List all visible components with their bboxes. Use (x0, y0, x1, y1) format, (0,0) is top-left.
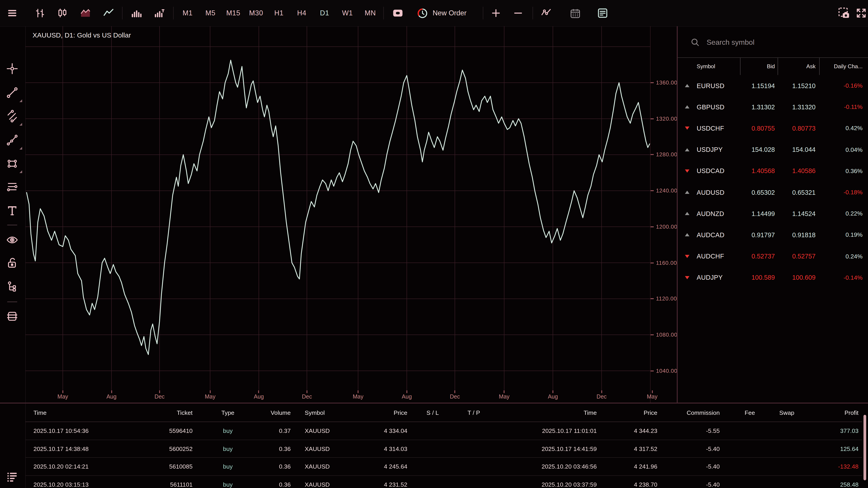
bid-price: 1.31302 (737, 103, 775, 111)
time-axis-label: May (353, 394, 364, 400)
hamburger-menu-icon[interactable] (5, 6, 20, 20)
ask-price: 0.91818 (775, 231, 815, 238)
ticket: 5610085 (138, 463, 196, 470)
market-watch-row[interactable]: AUDJPY100.589100.609-0.14% (678, 267, 868, 288)
timeframe-M5[interactable]: M5 (200, 9, 221, 17)
line-chart-icon[interactable] (101, 6, 116, 20)
crosshair-icon[interactable] (6, 62, 19, 75)
search-symbol-input[interactable] (706, 35, 852, 50)
bid-price: 1.14499 (737, 210, 775, 217)
market-watch-row[interactable]: GBPUSD1.313021.31320-0.11% (678, 96, 868, 118)
channel-icon[interactable] (6, 110, 19, 123)
open-price: 4 231.52 (330, 481, 411, 488)
commission: -5.40 (661, 445, 723, 452)
history-row[interactable]: 2025.10.20 02:14:215610085buy0.36XAUUSD4… (25, 458, 862, 476)
toolbar-separator (532, 7, 533, 20)
column-header: Type (196, 409, 259, 416)
order-type: buy (196, 445, 259, 452)
toolbar-separator (122, 7, 123, 20)
time-axis-tick (504, 390, 504, 393)
history-row[interactable]: 2025.10.20 03:15:135611101buy0.36XAUUSD4… (25, 476, 862, 488)
history-header-row[interactable]: TimeTicketTypeVolumeSymbolPriceS / LT / … (25, 403, 862, 422)
price-axis[interactable]: 1360.001320.001280.001240.001200.001160.… (650, 26, 677, 402)
bars-chart-icon[interactable] (33, 6, 47, 20)
symbol-name: GBPUSD (697, 103, 737, 111)
timeframe-MN[interactable]: MN (360, 9, 381, 17)
price-axis-tick (651, 298, 654, 299)
bid-price: 0.52737 (737, 253, 775, 260)
zoom-in-icon[interactable] (489, 6, 503, 20)
time-axis-label: Dec (302, 394, 312, 400)
bid-price: 0.91797 (737, 231, 775, 238)
market-watch-row[interactable]: USDCAD1.405681.405860.36% (678, 160, 868, 182)
price-axis-label: 1240.00 (656, 188, 677, 194)
visibility-eye-icon[interactable] (6, 234, 19, 246)
ask-price: 100.609 (775, 274, 815, 281)
open-price: 4 245.64 (330, 463, 411, 470)
volume-bars-icon[interactable] (129, 6, 143, 20)
price-axis-tick (651, 226, 654, 227)
area-chart-icon[interactable] (78, 6, 93, 20)
new-order-icon (416, 7, 429, 19)
fibonacci-icon[interactable] (6, 180, 19, 193)
market-watch-row[interactable]: USDCHF0.807550.807730.42% (678, 118, 868, 139)
time-axis[interactable]: MayAugDecMayAugDecMayAugDecMayAugDecMay (25, 390, 654, 402)
indicators-icon[interactable] (539, 6, 553, 20)
bid-price: 0.65302 (737, 189, 775, 196)
object-tree-icon[interactable] (6, 280, 19, 293)
timeframe-H1[interactable]: H1 (269, 9, 289, 17)
timeframe-group: M1M5M15M30H1H4D1W1MN (177, 0, 383, 26)
order-type: buy (196, 463, 259, 470)
trade-panel-icon[interactable] (595, 6, 610, 20)
bid-price: 154.028 (737, 146, 775, 153)
timeframe-M1[interactable]: M1 (177, 9, 198, 17)
sidebar-divider (7, 301, 17, 302)
price-axis-tick (651, 154, 654, 155)
unlock-icon[interactable] (6, 257, 19, 269)
new-order-button[interactable]: New Order (416, 0, 467, 26)
market-watch-header[interactable]: SymbolBidAskDaily Cha... (678, 57, 868, 75)
column-header: Volume (259, 409, 294, 416)
chart-shift-icon[interactable] (391, 6, 405, 20)
scrollbar-thumb[interactable] (864, 415, 866, 480)
zoom-out-icon[interactable] (511, 6, 525, 20)
history-row[interactable]: 2025.10.17 10:54:365596410buy0.37XAUUSD4… (25, 422, 862, 440)
tick-volume-icon[interactable] (152, 6, 166, 20)
ask-price: 1.15210 (775, 82, 815, 89)
profit: 125.64 (798, 445, 862, 452)
daily-change: 0.04% (815, 146, 863, 153)
column-header: T / P (454, 409, 493, 416)
ticket: 5596410 (138, 427, 196, 434)
market-watch-row[interactable]: USDJPY154.028154.0440.04% (678, 139, 868, 160)
daily-change: -0.11% (815, 104, 863, 110)
market-watch-panel: SymbolBidAskDaily Cha... EURUSD1.151941.… (677, 26, 868, 402)
column-header: Symbol (697, 63, 737, 70)
timeframe-M15[interactable]: M15 (223, 9, 244, 17)
market-watch-row[interactable]: AUDCAD0.917970.918180.19% (678, 224, 868, 246)
price-chart[interactable]: XAUUSD, D1: Gold vs US Dollar (25, 26, 650, 390)
bid-price: 100.589 (737, 274, 775, 281)
market-watch-row[interactable]: AUDNZD1.144991.145240.22% (678, 203, 868, 224)
market-watch-row[interactable]: EURUSD1.151941.15210-0.16% (678, 75, 868, 96)
fullscreen-icon[interactable] (854, 6, 868, 20)
delete-objects-icon[interactable] (6, 310, 19, 323)
trendline-icon[interactable] (6, 86, 19, 99)
price-axis-label: 1160.00 (656, 260, 677, 266)
pitchfork-icon[interactable] (6, 134, 19, 147)
shapes-icon[interactable] (6, 157, 19, 170)
screenshot-icon[interactable] (837, 6, 851, 20)
candles-chart-icon[interactable] (55, 6, 70, 20)
calendar-icon[interactable] (568, 6, 582, 20)
market-watch-row[interactable]: AUDUSD0.653020.65321-0.18% (678, 182, 868, 203)
trade-list-icon[interactable] (6, 470, 19, 483)
timeframe-W1[interactable]: W1 (337, 9, 358, 17)
timeframe-M30[interactable]: M30 (246, 9, 267, 17)
timeframe-D1[interactable]: D1 (314, 9, 335, 17)
text-tool-icon[interactable] (6, 204, 19, 217)
timeframe-H4[interactable]: H4 (291, 9, 312, 17)
market-watch-row[interactable]: AUDCHF0.527370.527570.24% (678, 246, 868, 267)
close-time: 2025.10.17 14:41:59 (493, 445, 600, 452)
commission: -5.55 (661, 427, 723, 434)
time-axis-tick (652, 390, 653, 393)
history-row[interactable]: 2025.10.17 14:38:485600252buy0.36XAUUSD4… (25, 440, 862, 458)
